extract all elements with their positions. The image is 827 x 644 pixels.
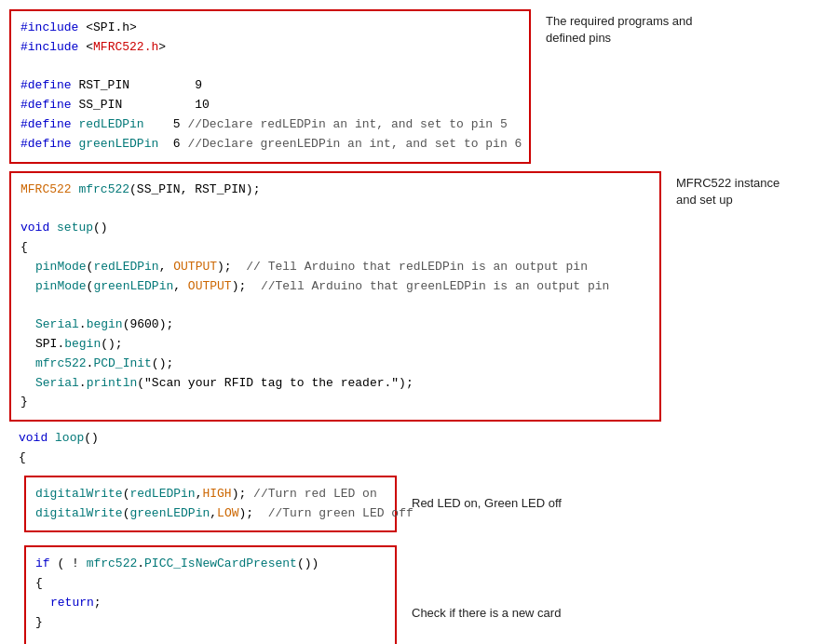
line-blank2 xyxy=(20,199,650,219)
line-if-new-card: if ( ! mfrc522.PICC_IsNewCardPresent()) xyxy=(35,555,386,574)
loop-header-row: void loop() { xyxy=(9,429,818,468)
line-mfrc-instance: MFRC522 mfrc522(SS_PIN, RST_PIN); xyxy=(20,181,650,200)
line-mfrc-init: mfrc522.PCD_Init(); xyxy=(20,355,650,374)
line-pinmode-red: pinMode(redLEDPin, OUTPUT); // Tell Ardu… xyxy=(20,258,650,277)
line-blank4 xyxy=(35,633,386,644)
section5-annotation: Check if there is a new card xyxy=(397,601,576,625)
section2-annotation: MFRC522 instance and set up xyxy=(661,171,818,212)
line-define-ss: #define SS_PIN 10 xyxy=(20,96,520,115)
line-pinmode-green: pinMode(greenLEDPin, OUTPUT); //Tell Ard… xyxy=(20,277,650,297)
line-serial-begin: Serial.begin(9600); xyxy=(20,315,650,335)
line-brace-close-setup: } xyxy=(20,393,650,412)
line-include-mfrc: #include <MFRC522.h> xyxy=(20,38,520,58)
section1-annotation: The required programs and defined pins xyxy=(531,9,736,50)
line-void-setup: void setup() xyxy=(20,219,650,238)
line-define-green: #define greenLEDPin 6 //Declare greenLED… xyxy=(20,135,520,154)
line-blank1 xyxy=(20,58,520,77)
section2-code-block: MFRC522 mfrc522(SS_PIN, RST_PIN); void s… xyxy=(9,171,661,423)
line-digitalwrite-red: digitalWrite(redLEDPin,HIGH); //Turn red… xyxy=(35,485,386,504)
line-define-red: #define redLEDPin 5 //Declare redLEDPin … xyxy=(20,115,520,135)
line-define-rst: #define RST_PIN 9 xyxy=(20,76,520,96)
line-brace-if1-close: } xyxy=(35,613,386,633)
line-brace-if1-open: { xyxy=(35,574,386,594)
section5-code-block: if ( ! mfrc522.PICC_IsNewCardPresent()) … xyxy=(24,545,397,644)
section1-row: #include <SPI.h> #include <MFRC522.h> #d… xyxy=(9,9,818,164)
loop-header-block: void loop() { xyxy=(9,429,531,468)
line-brace-open-loop: { xyxy=(19,449,522,468)
section2-row: MFRC522 mfrc522(SS_PIN, RST_PIN); void s… xyxy=(9,171,818,423)
line-void-loop: void loop() xyxy=(19,429,522,449)
section4-row: digitalWrite(redLEDPin,HIGH); //Turn red… xyxy=(9,476,818,533)
line-spi-begin: SPI.begin(); xyxy=(20,335,650,355)
line-return1: return; xyxy=(35,594,386,613)
line-brace-open-setup: { xyxy=(20,238,650,258)
line-blank3 xyxy=(20,296,650,315)
section4-annotation: Red LED on, Green LED off xyxy=(397,491,576,516)
section1-code-block: #include <SPI.h> #include <MFRC522.h> #d… xyxy=(9,9,531,164)
page-container: #include <SPI.h> #include <MFRC522.h> #d… xyxy=(9,9,818,644)
line-digitalwrite-green: digitalWrite(greenLEDPin,LOW); //Turn gr… xyxy=(35,504,386,524)
line-serial-println: Serial.println("Scan your RFID tag to th… xyxy=(20,374,650,394)
line-include-spi: #include <SPI.h> xyxy=(20,19,520,38)
section5-row: if ( ! mfrc522.PICC_IsNewCardPresent()) … xyxy=(9,545,818,644)
section4-code-block: digitalWrite(redLEDPin,HIGH); //Turn red… xyxy=(24,476,397,533)
